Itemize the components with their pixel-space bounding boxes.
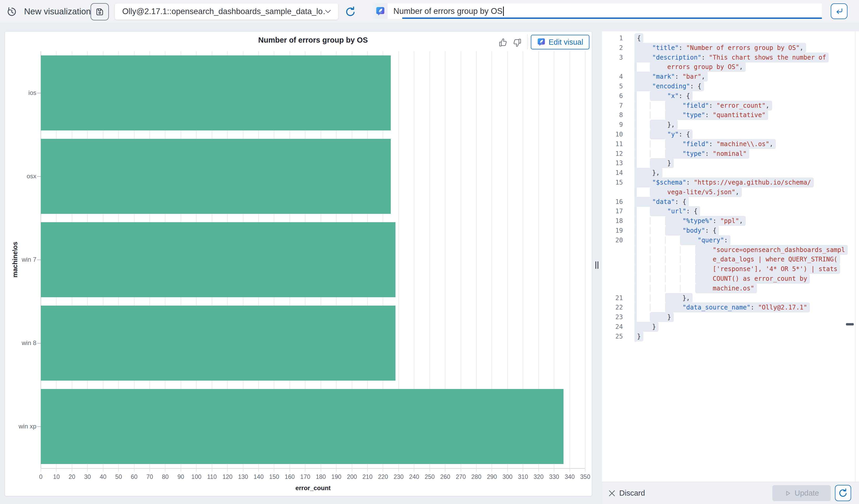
visualization-panel: Number of errors group by OS Edit visual… [5, 31, 592, 496]
line-number: 11 [602, 139, 623, 149]
y-category-label: ios [5, 89, 36, 96]
reload-data-source-button[interactable] [344, 6, 357, 18]
x-tick [196, 469, 197, 472]
discard-button[interactable]: Discard [608, 482, 645, 504]
y-category-label: win xp [5, 423, 36, 430]
code-line: 16 "data": { [602, 197, 859, 207]
play-icon [784, 490, 792, 497]
x-tick [165, 469, 165, 472]
scrollbar-thumb[interactable] [846, 323, 854, 326]
x-tick [398, 469, 399, 472]
x-tick [243, 469, 243, 472]
bar-win xp[interactable] [41, 389, 563, 464]
code-line: COUNT() as error_count by [602, 274, 859, 284]
x-tick [134, 469, 135, 472]
code-line: 19 "body": { [602, 226, 859, 236]
edit-visual-button[interactable]: Edit visual [531, 35, 589, 49]
x-tick [103, 469, 103, 472]
code-line: 5 "encoding": { [602, 82, 859, 91]
gridline [570, 51, 570, 468]
code-line: vega-lite/v5.json", [602, 187, 859, 197]
y-tick [37, 93, 41, 93]
gridline [585, 51, 586, 468]
x-tick [554, 469, 554, 472]
line-number: 5 [602, 82, 623, 91]
code-line: 6 "x": { [602, 91, 859, 101]
grip-bar [596, 262, 596, 269]
code-line: 25} [602, 332, 859, 342]
x-tick [321, 469, 321, 472]
bar-win 7[interactable] [41, 222, 395, 297]
line-number: 17 [602, 206, 623, 216]
x-tick [367, 469, 368, 472]
code-line: 21 }, [602, 293, 859, 303]
x-tick [414, 469, 414, 472]
code-line: "source=opensearch_dashboards_sampl [602, 245, 859, 255]
history-button[interactable] [6, 6, 17, 17]
thumbs-up-icon [498, 38, 508, 48]
code-line: machine.os" [602, 284, 859, 293]
x-tick [585, 469, 586, 472]
submit-query-button[interactable] [831, 3, 847, 19]
code-line: 14 }, [602, 168, 859, 178]
rerun-button[interactable] [835, 485, 851, 501]
thumbs-down-button[interactable] [512, 37, 524, 48]
save-button[interactable] [91, 3, 109, 20]
bar-ios[interactable] [41, 56, 391, 130]
update-button[interactable]: Update [772, 485, 831, 501]
code-line: 24 } [602, 322, 859, 332]
x-tick [149, 469, 150, 472]
chevron-down-icon [325, 10, 331, 13]
x-tick [352, 469, 352, 472]
scrollbar-track [855, 31, 855, 482]
nl-query-input[interactable]: Number of errors group by OS [373, 3, 822, 19]
code-line: ['response'], '4* OR 5*') | stats [602, 264, 859, 274]
x-tick [492, 469, 492, 472]
code-line: 13 } [602, 158, 859, 168]
code-line: 22 "data_source_name": "Olly@2.17.1" [602, 303, 859, 312]
line-number: 1 [602, 33, 623, 43]
code-lines: 1{2 "title": "Number of errors group by … [602, 33, 859, 342]
grip-bar [598, 262, 598, 269]
code-line: 17 "url": { [602, 206, 859, 216]
code-line: e_data_logs | where QUERY_STRING( [602, 255, 859, 264]
return-arrow-icon [834, 6, 844, 16]
code-line: 7 "field": "error_count", [602, 101, 859, 111]
bar-win 8[interactable] [41, 305, 395, 381]
x-tick [336, 469, 336, 472]
assistant-icon-box [373, 3, 388, 19]
save-icon [95, 7, 104, 16]
code-line: 8 "type": "quantitative" [602, 110, 859, 120]
x-tick [87, 469, 88, 472]
code-line: 1{ [602, 33, 859, 43]
editor-footer: Discard Update [602, 482, 859, 504]
close-icon [608, 490, 616, 497]
x-tick [56, 469, 57, 472]
line-number: 16 [602, 197, 623, 207]
vega-spec-editor[interactable]: 1{2 "title": "Number of errors group by … [602, 31, 859, 482]
bar-osx[interactable] [41, 139, 391, 214]
refresh-icon [344, 6, 357, 18]
panel-resize-handle[interactable] [592, 31, 602, 496]
data-source-dropdown[interactable]: Olly@2.17.1::opensearch_dashboards_sampl… [115, 3, 338, 20]
code-line: errors group by OS", [602, 62, 859, 72]
plot-area [41, 51, 585, 468]
line-number: 12 [602, 149, 623, 159]
page-title: New visualization [24, 0, 91, 23]
y-category-label: osx [5, 173, 36, 180]
discard-label: Discard [619, 489, 645, 498]
line-number: 6 [602, 91, 623, 101]
thumbs-up-button[interactable] [498, 37, 510, 48]
code-line: 4 "mark": "bar", [602, 72, 859, 82]
x-tick [305, 469, 305, 472]
line-number: 23 [602, 312, 623, 322]
header-divider [527, 34, 528, 49]
data-source-value: Olly@2.17.1::opensearch_dashboards_sampl… [122, 7, 325, 16]
x-tick [181, 469, 181, 472]
x-tick [383, 469, 383, 472]
x-tick [430, 469, 430, 472]
x-tick [445, 469, 446, 472]
x-tick [289, 469, 290, 472]
x-tick [274, 469, 274, 472]
line-number: 21 [602, 293, 623, 303]
